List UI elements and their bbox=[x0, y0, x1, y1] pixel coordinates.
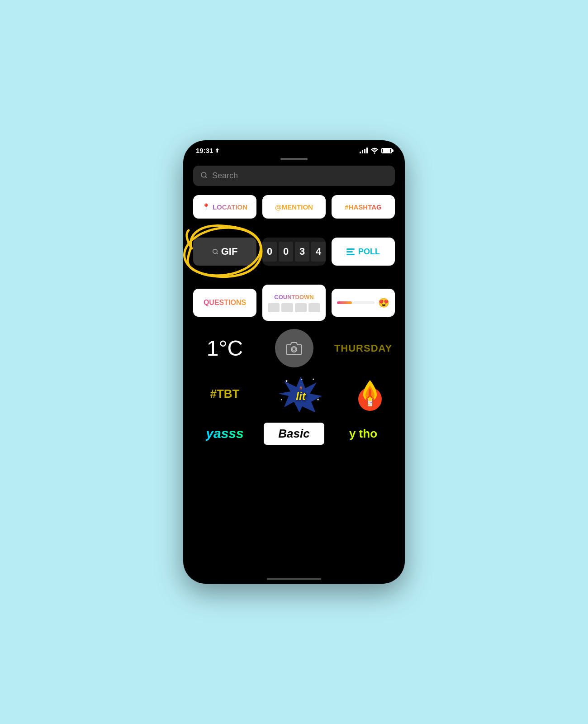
yasss-sticker[interactable]: yasss bbox=[193, 420, 256, 447]
ytho-sticker[interactable]: y tho bbox=[332, 420, 395, 447]
sticker-row-5: #TBT ★ ★ ★ ★ ★ # lit bbox=[193, 376, 395, 412]
timer-digit-4: 4 bbox=[311, 242, 326, 262]
fire-icon bbox=[352, 376, 388, 412]
ytho-label: y tho bbox=[349, 427, 377, 441]
signal-icon bbox=[360, 148, 368, 153]
timer-digit-2: 0 bbox=[279, 242, 293, 262]
camera-sticker[interactable] bbox=[275, 329, 313, 367]
timer-sticker[interactable]: 0 0 3 4 bbox=[262, 238, 326, 266]
search-icon bbox=[200, 171, 208, 181]
sticker-row-1: 📍 LOCATION @MENTION #HASHTAG bbox=[193, 195, 395, 219]
basic-label: Basic bbox=[278, 427, 309, 441]
svg-text:★: ★ bbox=[317, 398, 319, 401]
sticker-content: 📍 LOCATION @MENTION #HASHTAG GIF bbox=[183, 195, 405, 573]
gif-circle-annotation bbox=[183, 222, 268, 281]
questions-sticker[interactable]: QUESTIONS bbox=[193, 289, 256, 317]
slider-sticker[interactable]: 😍 bbox=[332, 289, 395, 317]
countdown-bar-1 bbox=[268, 303, 280, 312]
yasss-label: yasss bbox=[206, 426, 243, 441]
sticker-row-6: yasss Basic y tho bbox=[193, 420, 395, 447]
location-pin-icon: 📍 bbox=[202, 203, 210, 210]
time-display: 19:31 bbox=[196, 147, 213, 154]
temperature-label: 1°C bbox=[207, 336, 243, 361]
poll-label: POLL bbox=[358, 247, 380, 257]
phone-frame: 19:31 ⬆ bbox=[183, 140, 405, 584]
svg-text:★: ★ bbox=[301, 378, 303, 381]
status-time: 19:31 ⬆ bbox=[196, 147, 219, 154]
status-bar: 19:31 ⬆ bbox=[183, 140, 405, 158]
svg-point-1 bbox=[201, 172, 206, 177]
sticker-row-3: QUESTIONS COUNTDOWN 😍 bbox=[193, 285, 395, 321]
mention-sticker[interactable]: @MENTION bbox=[262, 195, 326, 219]
svg-line-2 bbox=[205, 176, 207, 178]
svg-point-7 bbox=[293, 348, 296, 351]
svg-point-0 bbox=[374, 152, 375, 153]
battery-icon bbox=[381, 148, 392, 153]
poll-sticker[interactable]: POLL bbox=[332, 238, 395, 266]
tbt-sticker[interactable]: #TBT bbox=[193, 378, 256, 410]
countdown-bar-3 bbox=[295, 303, 307, 312]
countdown-label: COUNTDOWN bbox=[274, 294, 313, 300]
mention-label: @MENTION bbox=[275, 203, 313, 211]
status-icons bbox=[360, 148, 392, 154]
slider-track bbox=[337, 301, 375, 304]
location-label: LOCATION bbox=[213, 203, 247, 211]
navigation-icon: ⬆ bbox=[215, 148, 219, 154]
camera-icon bbox=[286, 342, 302, 355]
lit-sticker[interactable]: ★ ★ ★ ★ ★ # lit bbox=[276, 376, 326, 412]
svg-text:★: ★ bbox=[285, 379, 288, 383]
timer-digit-3: 3 bbox=[295, 242, 309, 262]
svg-rect-19 bbox=[370, 402, 372, 403]
sticker-row-2: GIF 0 0 3 4 bbox=[193, 227, 395, 276]
lit-text: # lit bbox=[296, 386, 305, 402]
tbt-label: #TBT bbox=[210, 387, 240, 401]
gif-wrapper: GIF bbox=[193, 227, 256, 276]
hashtag-sticker[interactable]: #HASHTAG bbox=[332, 195, 395, 219]
svg-text:★: ★ bbox=[312, 378, 314, 381]
slider-emoji: 😍 bbox=[378, 297, 389, 308]
svg-text:★: ★ bbox=[280, 398, 283, 401]
sticker-row-4: 1°C THURSDAY bbox=[193, 329, 395, 367]
top-indicator bbox=[280, 158, 308, 160]
countdown-bar-2 bbox=[281, 303, 293, 312]
poll-lines-icon bbox=[346, 248, 355, 255]
svg-rect-20 bbox=[368, 404, 370, 405]
temperature-sticker[interactable]: 1°C bbox=[193, 333, 256, 364]
search-bar[interactable]: Search bbox=[193, 166, 395, 186]
countdown-bars bbox=[268, 303, 320, 312]
wifi-icon bbox=[370, 148, 379, 154]
countdown-bar-4 bbox=[308, 303, 320, 312]
thursday-label: THURSDAY bbox=[334, 343, 392, 354]
search-placeholder: Search bbox=[212, 171, 238, 181]
questions-label: QUESTIONS bbox=[204, 299, 246, 307]
hashtag-label: #HASHTAG bbox=[345, 203, 381, 211]
fire-lit-sticker[interactable] bbox=[345, 376, 395, 412]
slider-fill bbox=[337, 301, 352, 304]
home-indicator bbox=[267, 578, 321, 580]
countdown-sticker[interactable]: COUNTDOWN bbox=[262, 285, 326, 321]
location-sticker[interactable]: 📍 LOCATION bbox=[193, 195, 256, 219]
basic-sticker[interactable]: Basic bbox=[262, 421, 326, 446]
thursday-sticker[interactable]: THURSDAY bbox=[332, 333, 395, 364]
